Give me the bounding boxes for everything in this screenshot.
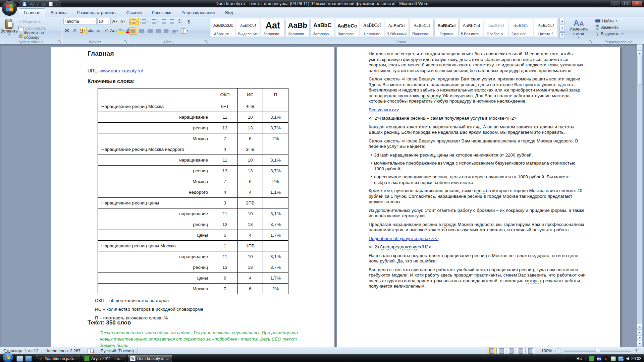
ribbon-tab-вид[interactable]: Вид [220,8,238,17]
underline-button[interactable]: Ч▼ [79,27,87,34]
table-row[interactable]: наращивание11103,1% [98,208,288,219]
draft-view-button[interactable] [526,348,535,354]
network-icon[interactable] [618,356,624,361]
paste-button[interactable]: Вставить ▼ [1,18,17,39]
paragraph-dialog-launcher-icon[interactable] [204,40,208,43]
find-button[interactable]: Найти▼ [594,18,643,24]
minimize-button[interactable] [610,1,621,6]
cut-button[interactable]: ✂ Вырезать [17,18,61,25]
print-layout-view-button[interactable] [487,348,496,354]
zoom-out-icon[interactable]: − [555,348,561,354]
taskbar-button[interactable]: OУдалённая работа |... [36,355,80,362]
style-tile[interactable]: AaBbCclСтрогий [434,19,459,37]
font-name-combo[interactable]: Tahoma▼ [63,18,97,25]
gallery-up-icon[interactable]: ▲ [559,18,565,24]
gallery-more-icon[interactable]: ▼ [559,32,565,39]
style-tile[interactable]: AaBbCcDcАбзац сп... [211,19,235,37]
style-tile[interactable]: AaBbCcIСлабое в... [484,19,508,37]
line-spacing-button[interactable]: ▼ [163,27,171,34]
fullscreen-reading-view-button[interactable] [496,348,506,354]
table-row[interactable]: недорого441,1% [98,187,288,198]
style-tile[interactable]: AaBbЗаголово... [285,19,310,37]
align-left-button[interactable] [129,27,137,35]
volume-icon[interactable] [626,357,629,360]
decrease-indent-button[interactable] [160,18,167,25]
change-case-button[interactable]: Aa▼ [110,27,118,34]
select-button[interactable]: Выделить▼ [594,31,643,37]
font-size-combo[interactable]: 10▼ [97,18,111,25]
grow-font-button[interactable]: A▲ [111,18,119,25]
doc-hyperlink[interactable]: Все услуги>>> [369,107,399,112]
tray-collapse-icon[interactable]: < [585,357,587,360]
justify-button[interactable] [155,27,162,34]
style-tile[interactable]: AaBbCcIЦитата 2 [534,19,558,37]
style-tile[interactable]: AaBbCcI¶ Без инте... [459,19,483,37]
table-row[interactable]: наращивание11103,1% [98,112,288,123]
previous-page-icon[interactable]: ▲ [637,324,642,329]
doc-hyperlink[interactable]: www.dom-krasoty.ru/ [100,68,143,73]
superscript-button[interactable]: x² [103,27,110,34]
table-row[interactable]: Наращивание ресниц цены32ПВ [98,198,288,208]
table-row[interactable]: ресниц13133,7% [98,123,288,133]
numbering-button[interactable]: ▼ [140,18,149,25]
status-language[interactable]: Русский (Россия) [97,348,138,354]
ribbon-tab-рассылки[interactable]: Рассылки [147,8,176,17]
tray-antivirus-icon[interactable]: K [604,356,608,361]
switch-windows-icon[interactable] [16,356,23,362]
zoom-in-icon[interactable]: + [634,348,639,354]
table-row[interactable]: цены641,7% [98,273,288,284]
language-indicator[interactable]: RU [577,356,582,361]
table-row[interactable]: Москва762% [98,284,288,294]
ribbon-tab-разметка страницы[interactable]: Разметка страницы [72,8,121,17]
start-button[interactable] [2,352,13,362]
ruler-toggle-icon[interactable]: ▭ [637,45,642,51]
clipboard-dialog-launcher-icon[interactable] [58,40,61,43]
document-page-2[interactable]: Ни для кого не секрет, что каждая женщин… [337,47,621,347]
next-page-icon[interactable]: ▼ [637,335,642,341]
multilevel-list-button[interactable]: ▼ [150,18,159,25]
styles-dialog-launcher-icon[interactable] [588,40,592,43]
battery-icon[interactable] [611,356,616,361]
table-row[interactable]: Наращивание ресниц Москва6+14ПВ [98,101,288,112]
style-tile[interactable]: AaBbCcI¶ Обычный [385,19,409,37]
gallery-down-icon[interactable]: ▼ [559,25,565,32]
borders-button[interactable]: ▼ [180,27,189,34]
ribbon-tab-рецензирование[interactable]: Рецензирование [176,8,220,17]
highlight-button[interactable]: ab▼ [118,27,125,34]
select-browse-object-icon[interactable]: ● [637,329,642,335]
outline-view-button[interactable] [516,348,526,354]
shrink-font-button[interactable]: A▼ [119,18,127,25]
font-dialog-launcher-icon[interactable] [123,40,127,43]
bullets-button[interactable]: ▼ [129,18,139,25]
zoom-level[interactable]: 100% [538,348,555,354]
style-tile[interactable]: AaBbCcСильное ... [509,19,533,37]
scroll-up-icon[interactable]: ▲ [637,51,642,56]
sort-button[interactable]: АЯ↓ [177,18,184,25]
scroll-down-icon[interactable]: ▼ [637,341,642,347]
scrollbar-thumb[interactable] [638,56,643,84]
table-row[interactable]: ресниц13133,7% [98,219,288,230]
ribbon-tab-вставка[interactable]: Вставка [45,8,71,17]
table-row[interactable]: Наращивание ресниц цены Москва11ПВ [98,241,288,251]
format-painter-button[interactable]: Формат по образцу [17,32,61,39]
vertical-scrollbar[interactable]: ▭ ▲ ▲ ● ▼ ▼ [637,44,643,347]
bold-button[interactable]: Ж [63,27,71,34]
zoom-track[interactable] [564,351,631,352]
taskbar-button[interactable]: WDom-krasoty.ru - те... [128,355,172,362]
table-row[interactable]: Наращивание ресниц Москва недорого43ПВ [98,144,288,155]
table-row[interactable]: ресниц13133,7% [98,262,288,273]
zoom-thumb[interactable] [596,349,600,354]
replace-button[interactable]: abac Заменить [594,24,643,31]
style-tile[interactable]: AatЗаголово... [261,19,285,37]
table-row[interactable]: ресниц13133,7% [98,166,288,176]
table-row[interactable]: цены641,7% [98,230,288,241]
status-word-count[interactable]: Число слов: 2 267 [42,348,84,354]
increase-indent-button[interactable] [168,18,176,25]
taskbar-button[interactable]: Агуст 2011 - imung... [82,355,126,362]
office-button[interactable] [2,0,17,16]
italic-button[interactable]: К [71,27,78,34]
web-layout-view-button[interactable] [506,348,516,354]
style-tile[interactable]: AaBbCЗаголово... [310,19,334,37]
table-row[interactable]: наращивание11103,1% [98,251,288,262]
doc-hyperlink[interactable]: Подробнее об услуге и ценах>>> [369,236,438,241]
